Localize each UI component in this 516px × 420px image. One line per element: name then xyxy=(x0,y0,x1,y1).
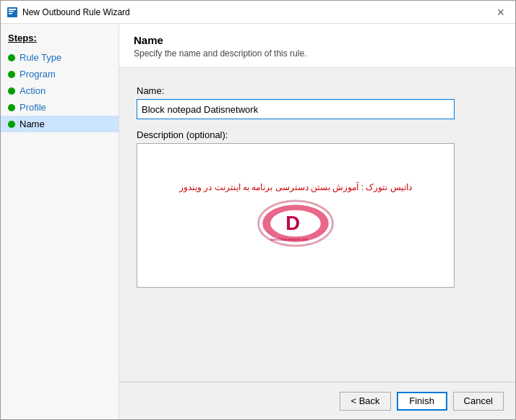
sidebar-item-label: Rule Type xyxy=(20,52,61,63)
window-title: New Outbound Rule Wizard xyxy=(22,7,130,17)
steps-label: Steps: xyxy=(1,33,119,49)
sidebar-item-name[interactable]: Name xyxy=(1,116,119,132)
finish-button[interactable]: Finish xyxy=(397,392,447,411)
svg-rect-2 xyxy=(9,11,14,12)
step-dot xyxy=(8,87,15,95)
sidebar-item-program[interactable]: Program xyxy=(1,66,119,82)
wizard-window: New Outbound Rule Wizard ✕ Steps: Rule T… xyxy=(0,0,516,420)
svg-rect-3 xyxy=(9,13,12,14)
close-button[interactable]: ✕ xyxy=(492,4,509,21)
content-area: Steps: Rule Type Program Action Profile … xyxy=(1,24,515,419)
step-dot xyxy=(8,54,15,61)
sidebar-item-profile[interactable]: Profile xyxy=(1,99,119,116)
sidebar-item-rule-type[interactable]: Rule Type xyxy=(1,49,119,66)
sidebar-item-action[interactable]: Action xyxy=(1,82,119,99)
svg-rect-1 xyxy=(9,9,16,10)
window-icon xyxy=(7,7,18,18)
step-dot xyxy=(8,121,15,128)
main-header: Name Specify the name and description of… xyxy=(119,24,515,68)
sidebar-item-label: Profile xyxy=(20,102,46,113)
step-dot xyxy=(8,71,15,78)
description-label: Description (optional): xyxy=(137,129,498,140)
name-label: Name: xyxy=(137,85,498,96)
sidebar-item-label: Program xyxy=(20,69,56,80)
sidebar-item-label: Name xyxy=(20,119,45,129)
name-field-group: Name: xyxy=(137,85,498,119)
cancel-button[interactable]: Cancel xyxy=(453,392,504,411)
page-title: Name xyxy=(134,34,501,46)
description-field-group: Description (optional): داتیس نتورک : آم… xyxy=(137,129,498,288)
sidebar-item-label: Action xyxy=(20,85,46,96)
back-button[interactable]: < Back xyxy=(340,392,390,411)
main-body: Name: Description (optional): داتیس نتور… xyxy=(119,68,515,382)
title-bar: New Outbound Rule Wizard ✕ xyxy=(1,1,515,24)
description-container: داتیس نتورک : آموزش بستن دسترسی برنامه ب… xyxy=(137,143,455,288)
main-panel: Name Specify the name and description of… xyxy=(119,24,515,419)
description-input[interactable] xyxy=(137,143,455,288)
footer: < Back Finish Cancel xyxy=(119,382,515,419)
name-input[interactable] xyxy=(137,99,455,119)
page-subtitle: Specify the name and description of this… xyxy=(134,48,501,59)
step-dot xyxy=(8,104,15,111)
sidebar: Steps: Rule Type Program Action Profile … xyxy=(1,24,119,419)
